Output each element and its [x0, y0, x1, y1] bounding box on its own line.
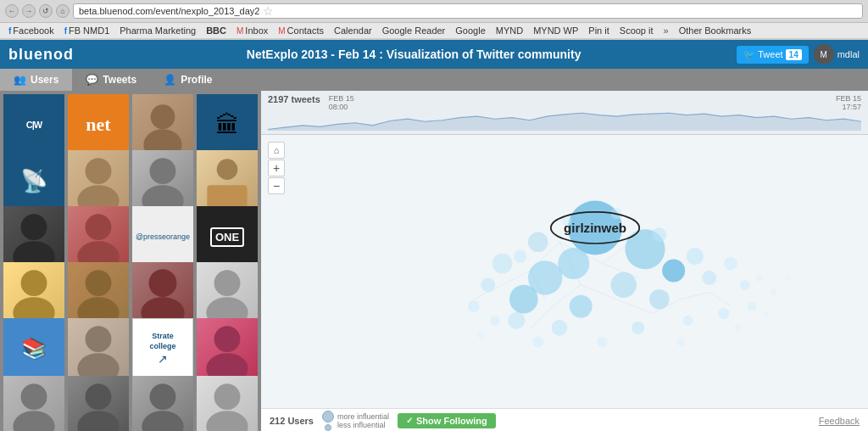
- list-item[interactable]: [132, 150, 193, 211]
- bookmark-pin-it[interactable]: Pin it: [585, 25, 612, 36]
- bookmark-google-reader[interactable]: Google Reader: [379, 25, 449, 36]
- bookmark-contacts[interactable]: M Contacts: [275, 25, 327, 36]
- list-item[interactable]: [197, 376, 258, 431]
- node[interactable]: [552, 320, 568, 336]
- bookmark-other-label: Other Bookmarks: [679, 25, 752, 36]
- node[interactable]: [687, 248, 704, 265]
- list-item[interactable]: [68, 376, 129, 431]
- node[interactable]: [508, 312, 525, 329]
- zoom-in-button[interactable]: +: [268, 160, 285, 176]
- node[interactable]: [740, 280, 750, 290]
- bookmark-other[interactable]: Other Bookmarks: [676, 25, 755, 36]
- back-button[interactable]: ←: [5, 4, 19, 18]
- tab-users[interactable]: 👥 Users: [0, 69, 72, 91]
- svg-point-8: [21, 214, 47, 240]
- list-item[interactable]: [68, 262, 129, 323]
- list-item[interactable]: @presseorange: [132, 206, 193, 267]
- list-item[interactable]: [132, 262, 193, 323]
- node[interactable]: [514, 250, 526, 263]
- list-item[interactable]: ONE: [197, 206, 258, 267]
- bookmark-bbc[interactable]: BBC: [203, 25, 230, 36]
- node[interactable]: [676, 338, 685, 346]
- list-item[interactable]: [3, 206, 64, 267]
- list-item[interactable]: [3, 262, 64, 323]
- node[interactable]: [558, 248, 589, 279]
- node[interactable]: [528, 232, 548, 253]
- node[interactable]: [770, 288, 776, 295]
- node[interactable]: [598, 337, 608, 347]
- reload-button[interactable]: ↺: [39, 4, 53, 18]
- list-item[interactable]: [197, 150, 258, 211]
- node[interactable]: [756, 274, 763, 281]
- node[interactable]: [718, 308, 729, 319]
- bookmark-fb-nmd1[interactable]: f FB NMD1: [61, 25, 114, 36]
- users-tab-icon: 👥: [14, 74, 26, 86]
- list-item[interactable]: [132, 376, 193, 431]
- list-item[interactable]: [68, 150, 129, 211]
- node[interactable]: [481, 277, 495, 292]
- timeline-chart[interactable]: [268, 111, 861, 131]
- network-svg[interactable]: girlzinweb: [287, 135, 868, 406]
- list-item[interactable]: 📡: [3, 150, 64, 211]
- list-item[interactable]: [3, 376, 64, 431]
- bookmark-mynd-wp[interactable]: MYND WP: [530, 25, 581, 36]
- bookmark-scoop-it[interactable]: Scoop it: [616, 25, 657, 36]
- bookmarks-more[interactable]: »: [660, 25, 672, 36]
- bookmark-facebook[interactable]: f Facebook: [5, 25, 58, 36]
- bookmark-mynd[interactable]: MYND: [492, 25, 526, 36]
- bottom-bar: 212 Users more influential less influent…: [261, 408, 868, 431]
- node[interactable]: [570, 295, 593, 318]
- node[interactable]: [492, 254, 513, 274]
- bookmark-facebook-label: Facebook: [13, 25, 53, 36]
- list-item[interactable]: net: [68, 94, 129, 155]
- tab-profile[interactable]: 👤 Profile: [150, 69, 225, 91]
- node[interactable]: [611, 272, 637, 298]
- svg-point-24: [21, 383, 47, 410]
- node[interactable]: [734, 324, 741, 331]
- home-zoom-button[interactable]: ⌂: [268, 142, 285, 159]
- node[interactable]: [764, 311, 770, 316]
- list-item[interactable]: [197, 262, 258, 323]
- bookmark-inbox[interactable]: M Inbox: [233, 25, 271, 36]
- list-item[interactable]: Stratecollege ↗: [132, 318, 193, 379]
- zoom-out-button[interactable]: −: [268, 177, 285, 194]
- node[interactable]: [702, 271, 716, 285]
- list-item[interactable]: [132, 94, 193, 155]
- svg-point-25: [13, 411, 54, 431]
- bookmark-pin-it-label: Pin it: [588, 25, 609, 36]
- node[interactable]: [490, 316, 500, 326]
- list-item[interactable]: 📚: [3, 318, 64, 379]
- list-item[interactable]: [197, 318, 258, 379]
- feedback-link[interactable]: Feedback: [819, 416, 860, 426]
- forward-button[interactable]: →: [22, 4, 36, 18]
- node[interactable]: [509, 285, 538, 314]
- node[interactable]: [683, 316, 693, 326]
- node[interactable]: [724, 257, 737, 270]
- bookmark-star-icon[interactable]: ☆: [263, 4, 274, 18]
- network-visualization[interactable]: girlzinweb: [287, 135, 868, 406]
- node[interactable]: [477, 332, 484, 339]
- list-item[interactable]: [68, 318, 129, 379]
- bookmark-google[interactable]: Google: [452, 25, 488, 36]
- check-icon: ✓: [406, 416, 413, 425]
- tweet-button[interactable]: 🐦 Tweet 14: [737, 46, 808, 64]
- node[interactable]: [649, 289, 670, 310]
- node[interactable]: [785, 275, 791, 281]
- node[interactable]: [652, 227, 666, 242]
- list-item[interactable]: C|W: [3, 94, 64, 155]
- bookmark-calendar[interactable]: Calendar: [331, 25, 376, 36]
- address-bar[interactable]: beta.bluenod.com/event/nexplo_2013_day2 …: [73, 3, 863, 19]
- bookmark-pharma[interactable]: Pharma Marketing: [116, 25, 199, 36]
- bookmark-google-label: Google: [455, 25, 485, 36]
- node[interactable]: [468, 300, 479, 311]
- node[interactable]: [632, 322, 644, 334]
- gmail-icon: M: [236, 26, 243, 36]
- home-nav-button[interactable]: ⌂: [56, 4, 70, 18]
- list-item[interactable]: [68, 206, 129, 267]
- list-item[interactable]: 🏛: [197, 94, 258, 155]
- tab-tweets[interactable]: 💬 Tweets: [72, 69, 150, 91]
- node[interactable]: [532, 336, 543, 347]
- show-following-button[interactable]: ✓ Show Following: [398, 413, 496, 428]
- node[interactable]: [662, 260, 685, 283]
- node[interactable]: [748, 302, 756, 311]
